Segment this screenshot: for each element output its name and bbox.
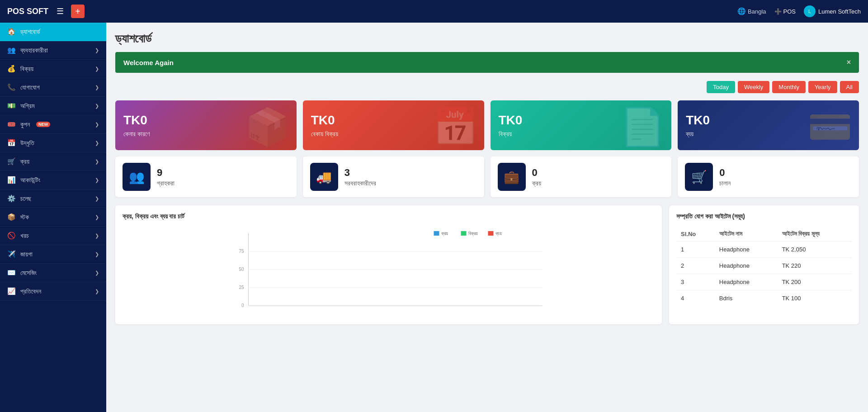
- sidebar-icon-coupon: 🎟️: [7, 120, 16, 128]
- sidebar-item-running[interactable]: ⚙️ চলেছ ❯: [0, 189, 106, 208]
- sidebar-label-coupon: কুপন: [20, 121, 30, 128]
- svg-rect-9: [434, 231, 439, 236]
- chevron-coupon: ❯: [95, 122, 99, 128]
- stat-card-sales-due: TK0 বেকায় বিক্রয় 📅: [303, 100, 484, 150]
- sidebar-item-messaging[interactable]: ✉️ মেসেজিং ❯: [0, 264, 106, 282]
- stat-card-expense: TK0 ব্যয় 💳: [678, 100, 859, 150]
- sidebar-label-purchase: ক্রয়: [20, 158, 29, 166]
- topbar: POS SOFT ☰ + 🌐 Bangla ➕ POS L Lumen Soft…: [0, 0, 868, 23]
- count-card-customers: 👥 9 গ্রাহকরা: [115, 156, 297, 197]
- stat-card-purchase-due: TK0 কেনার কারণে 📦: [115, 100, 297, 150]
- sidebar-item-accounting[interactable]: 📊 আকাউন্টিং ❯: [0, 171, 106, 189]
- table-cell: TK 200: [778, 274, 852, 290]
- items-panel: সম্প্রতি যোগ করা আইটেম (সমূহ) Sl.Noআইটেম…: [669, 205, 859, 324]
- sidebar-item-expense[interactable]: 🚫 খরচ ❯: [0, 227, 106, 245]
- sidebar-item-sales[interactable]: 💰 বিক্রয় ❯: [0, 60, 106, 78]
- table-cell: 2: [676, 258, 715, 274]
- items-table: Sl.Noআইটেম নামআইটেম বিক্রয় মূল্য1Headph…: [676, 227, 852, 306]
- stat-card-icon-expense: 💳: [807, 106, 853, 148]
- svg-text:75: 75: [239, 249, 244, 254]
- table-cell: TK 100: [778, 290, 852, 307]
- count-info-purchases: 0 ক্রয়: [532, 167, 541, 187]
- items-col-header: আইটেম নাম: [715, 227, 778, 242]
- svg-text:0: 0: [241, 303, 244, 308]
- table-cell: Bdris: [715, 290, 778, 307]
- filter-btn-yearly[interactable]: Yearly: [808, 81, 837, 93]
- chart-panel: ক্রয়, বিক্রয় এবং ব্যয় বার চার্ট 0 25 …: [115, 205, 662, 324]
- welcome-banner: Welcome Again ×: [115, 52, 859, 73]
- stat-card-icon-sales-due: 📅: [433, 106, 478, 148]
- sidebar-icon-running: ⚙️: [7, 194, 16, 203]
- filter-btn-today[interactable]: Today: [707, 81, 735, 93]
- sidebar-item-coupon[interactable]: 🎟️ কুপন NEW ❯: [0, 115, 106, 134]
- stat-card-amount-expense: TK0: [686, 113, 710, 128]
- chevron-report: ❯: [95, 289, 99, 294]
- chevron-expense: ❯: [95, 233, 99, 239]
- stat-card-amount-sales-due: TK0: [311, 113, 338, 128]
- banner-close-button[interactable]: ×: [847, 58, 851, 66]
- table-row: 4BdrisTK 100: [676, 290, 852, 307]
- sidebar: 🏠 ড্যাশবোর্ড 👥 ব্যবহারকারীরা ❯ 💰 বিক্রয়…: [0, 23, 106, 412]
- table-row: 1HeadphoneTK 2,050: [676, 242, 852, 258]
- sidebar-item-purchase[interactable]: 🛒 ক্রয় ❯: [0, 152, 106, 171]
- sidebar-item-contact[interactable]: 📞 যোগাযোগ ❯: [0, 78, 106, 97]
- sidebar-item-dashboard[interactable]: 🏠 ড্যাশবোর্ড: [0, 23, 106, 41]
- items-panel-title: সম্প্রতি যোগ করা আইটেম (সমূহ): [676, 213, 852, 220]
- count-num-customers: 9: [157, 167, 175, 179]
- welcome-text: Welcome Again: [123, 59, 174, 66]
- sidebar-item-advance[interactable]: 💵 অগ্রিম ❯: [0, 97, 106, 115]
- stat-card-left-sales-due: TK0 বেকায় বিক্রয়: [311, 113, 338, 138]
- sidebar-label-running: চলেছ: [20, 195, 31, 203]
- sidebar-items: 🏠 ড্যাশবোর্ড 👥 ব্যবহারকারীরা ❯ 💰 বিক্রয়…: [0, 23, 106, 301]
- count-label-purchases: ক্রয়: [532, 180, 541, 187]
- filter-btn-weekly[interactable]: Weekly: [738, 81, 769, 93]
- sidebar-icon-purchase: 🛒: [7, 157, 16, 166]
- sidebar-label-accounting: আকাউন্টিং: [20, 176, 40, 184]
- language-selector[interactable]: 🌐 Bangla: [737, 7, 766, 15]
- sidebar-item-report[interactable]: 📈 প্রতিবেদন ❯: [0, 282, 106, 301]
- filter-btn-monthly[interactable]: Monthly: [772, 81, 806, 93]
- stat-card-amount-purchase-due: TK0: [123, 113, 150, 128]
- stat-card-sales: TK0 বিক্রয় 📄: [491, 100, 672, 150]
- count-cards-row: 👥 9 গ্রাহকরা 🚚 3 সরবরাহকারীদের 💼 0 ক্রয়…: [115, 156, 859, 197]
- chevron-stock: ❯: [95, 214, 99, 220]
- svg-text:ক্রয়: ক্রয়: [441, 231, 448, 237]
- sidebar-item-place[interactable]: ✈️ জায়গা ❯: [0, 245, 106, 264]
- chevron-purchase: ❯: [95, 159, 99, 165]
- items-col-header: Sl.No: [676, 227, 715, 242]
- sidebar-icon-advance: 💵: [7, 102, 16, 110]
- filter-btn-all[interactable]: All: [840, 81, 859, 93]
- stat-cards-row: TK0 কেনার কারণে 📦 TK0 বেকায় বিক্রয় 📅 T…: [115, 100, 859, 150]
- svg-text:25: 25: [239, 285, 244, 290]
- chart-title: ক্রয়, বিক্রয় এবং ব্যয় বার চার্ট: [123, 213, 655, 220]
- chevron-motivation: ❯: [95, 140, 99, 146]
- plus-button[interactable]: +: [71, 5, 85, 18]
- table-cell: Headphone: [715, 258, 778, 274]
- items-col-header: আইটেম বিক্রয় মূল্য: [778, 227, 852, 242]
- table-cell: Headphone: [715, 242, 778, 258]
- plus-icon-small: ➕: [774, 8, 782, 15]
- sidebar-item-motivation[interactable]: 📅 উদ্ধৃতি ❯: [0, 134, 106, 152]
- stat-card-icon-sales: 📄: [620, 106, 665, 148]
- stat-card-label-sales: বিক্রয়: [499, 130, 523, 138]
- hamburger-icon[interactable]: ☰: [57, 6, 64, 16]
- count-card-invoices: 🛒 0 চালান: [678, 156, 859, 197]
- sidebar-icon-accounting: 📊: [7, 176, 16, 184]
- pos-link[interactable]: ➕ POS: [774, 8, 796, 15]
- page-title: ড্যাশবোর্ড: [115, 32, 859, 46]
- svg-text:বিক্রয়: বিক্রয়: [468, 231, 478, 237]
- table-cell: Headphone: [715, 274, 778, 290]
- sidebar-icon-contact: 📞: [7, 83, 16, 91]
- table-cell: TK 2,050: [778, 242, 852, 258]
- sidebar-label-motivation: উদ্ধৃতি: [20, 139, 34, 147]
- count-icon-invoices: 🛒: [685, 163, 713, 191]
- sidebar-label-sales: বিক্রয়: [20, 65, 33, 73]
- count-icon-purchases: 💼: [498, 163, 526, 191]
- sidebar-label-messaging: মেসেজিং: [20, 269, 37, 277]
- user-menu[interactable]: L Lumen SoftTech: [804, 5, 861, 17]
- sidebar-item-stock[interactable]: 📦 স্টক ❯: [0, 208, 106, 227]
- globe-icon: 🌐: [737, 7, 746, 15]
- chevron-place: ❯: [95, 251, 99, 257]
- sidebar-item-users[interactable]: 👥 ব্যবহারকারীরা ❯: [0, 41, 106, 60]
- stat-card-icon-purchase-due: 📦: [245, 106, 290, 148]
